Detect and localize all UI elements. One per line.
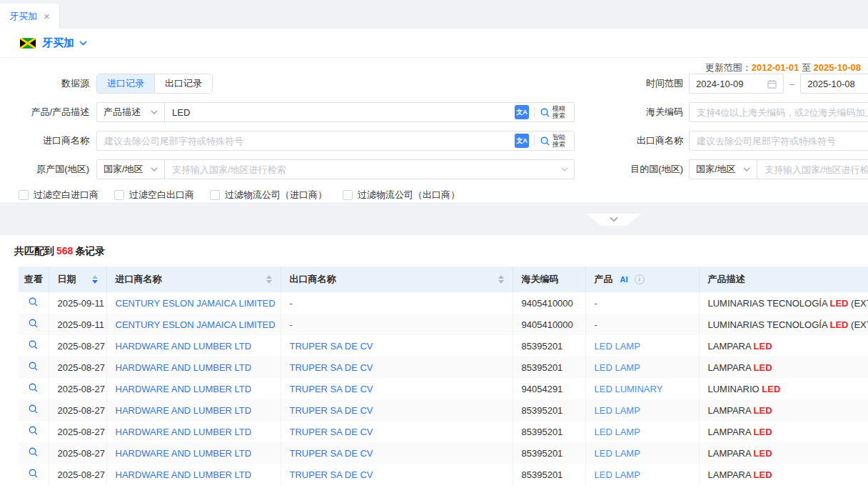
date-cell: 2025-08-27 <box>49 421 106 442</box>
filter-blank-exporter-checkbox[interactable]: 过滤空白出口商 <box>114 189 194 201</box>
description-cell: LAMPARA LED <box>699 399 868 421</box>
product-link[interactable]: LED LAMP <box>595 405 640 416</box>
magnifier-icon[interactable] <box>28 297 39 307</box>
checkbox-icon[interactable] <box>19 190 29 200</box>
tab-close-icon[interactable]: × <box>44 11 50 21</box>
product-type-select[interactable]: 产品描述 <box>97 103 165 121</box>
column-header-date[interactable]: 日期 <box>49 267 106 292</box>
sort-icon-exporter[interactable] <box>498 275 504 284</box>
product-link[interactable]: LED LAMP <box>595 427 640 437</box>
filter-logistics-exporter-checkbox[interactable]: 过滤物流公司（出口商） <box>343 189 460 201</box>
importer-link[interactable]: CENTURY ESLON JAMAICA LIMITED <box>116 298 276 309</box>
fuzzy-search-button[interactable]: 模糊搜索 <box>540 105 568 119</box>
column-header-importer[interactable]: 进口商名称 <box>106 267 281 292</box>
view-record-button[interactable] <box>19 357 49 378</box>
view-record-button[interactable] <box>19 399 49 421</box>
description-text: LUMINARIAS TECNOLOGÍA <box>708 319 830 330</box>
date-cell: 2025-08-27 <box>49 335 106 357</box>
collapse-filter-button[interactable] <box>587 214 641 226</box>
importer-link[interactable]: HARDWARE AND LUMBER LTD <box>116 362 252 373</box>
magnifier-icon[interactable] <box>28 404 39 414</box>
translate-icon[interactable]: 文A <box>515 134 529 148</box>
importer-link[interactable]: HARDWARE AND LUMBER LTD <box>116 405 252 416</box>
importer-link[interactable]: HARDWARE AND LUMBER LTD <box>116 341 252 352</box>
end-date-input[interactable]: 2025-10-08 <box>800 74 868 94</box>
checkbox-icon[interactable] <box>114 190 124 200</box>
column-header-product: 产品 AI i <box>585 267 699 292</box>
translate-icon[interactable]: 文A <box>515 105 529 119</box>
description-cell: LAMPARA LED <box>699 357 868 378</box>
product-search-input[interactable] <box>165 103 515 121</box>
magnifier-icon[interactable] <box>28 382 39 393</box>
import-records-button[interactable]: 进口记录 <box>97 74 154 93</box>
sort-icon-importer[interactable] <box>266 275 272 284</box>
product-link[interactable]: LED LAMP <box>595 448 640 459</box>
view-record-button[interactable] <box>19 378 49 399</box>
magnifier-icon[interactable] <box>28 339 39 350</box>
view-record-button[interactable] <box>19 464 49 485</box>
date-cell: 2025-09-11 <box>49 314 106 335</box>
magnifier-icon[interactable] <box>28 318 39 329</box>
view-record-button[interactable] <box>19 314 49 335</box>
importer-link[interactable]: CENTURY ESLON JAMAICA LIMITED <box>116 319 276 330</box>
smart-search-button[interactable]: 智能搜索 <box>540 134 568 148</box>
importer-input[interactable] <box>97 131 515 150</box>
exporter-link[interactable]: TRUPER SA DE CV <box>290 384 373 394</box>
importer-link[interactable]: HARDWARE AND LUMBER LTD <box>116 427 252 437</box>
view-record-button[interactable] <box>19 421 49 442</box>
update-range-from: 2012-01-01 <box>752 62 799 73</box>
exporter-link[interactable]: TRUPER SA DE CV <box>290 427 373 437</box>
exporter-link[interactable]: TRUPER SA DE CV <box>290 341 373 352</box>
filter-blank-importer-checkbox[interactable]: 过滤空白进口商 <box>19 189 99 201</box>
description-cell: LAMPARA LED <box>699 335 868 357</box>
chevron-down-icon[interactable] <box>561 167 568 171</box>
info-icon[interactable]: i <box>635 274 645 284</box>
product-link[interactable]: LED LAMP <box>595 469 640 480</box>
description-highlight: LED <box>754 427 772 437</box>
importer-link[interactable]: HARDWARE AND LUMBER LTD <box>116 469 252 480</box>
product-link[interactable]: LED LUMINARY <box>595 384 663 394</box>
hscode-cell: 9405410000 <box>513 314 585 335</box>
origin-country-input[interactable] <box>165 160 561 179</box>
update-range-label: 更新范围： <box>705 62 752 73</box>
exporter-link[interactable]: TRUPER SA DE CV <box>290 362 373 373</box>
importer-link[interactable]: HARDWARE AND LUMBER LTD <box>116 448 252 459</box>
view-record-button[interactable] <box>19 292 49 314</box>
description-text: LAMPARA <box>708 469 754 480</box>
destination-type-select[interactable]: 国家/地区 <box>690 160 757 179</box>
smart-search-label: 智能搜索 <box>552 134 568 148</box>
exporter-link[interactable]: TRUPER SA DE CV <box>290 448 373 459</box>
title-bar: 牙买加 <box>0 29 868 57</box>
view-record-button[interactable] <box>19 335 49 357</box>
magnifier-icon[interactable] <box>28 468 39 479</box>
column-header-exporter[interactable]: 出口商名称 <box>281 267 513 292</box>
description-text: LAMPARA <box>708 341 754 352</box>
exporter-link[interactable]: TRUPER SA DE CV <box>290 469 373 480</box>
magnifier-icon[interactable] <box>28 425 39 436</box>
ai-badge: AI <box>617 274 631 284</box>
filter-logistics-importer-checkbox[interactable]: 过滤物流公司（进口商） <box>210 189 327 201</box>
magnifier-icon[interactable] <box>28 447 39 457</box>
sort-icon-date[interactable] <box>92 275 98 284</box>
destination-country-input[interactable] <box>757 160 868 179</box>
origin-type-select[interactable]: 国家/地区 <box>97 160 165 179</box>
end-date-value: 2025-10-08 <box>807 79 855 89</box>
magnifier-icon[interactable] <box>28 361 39 372</box>
tab-jamaica[interactable]: 牙买加 × <box>0 4 60 29</box>
table-row: 2025-08-27 HARDWARE AND LUMBER LTD TRUPE… <box>19 335 868 357</box>
chevron-down-icon[interactable] <box>79 41 87 46</box>
start-date-input[interactable]: 2024-10-09 <box>689 74 784 94</box>
table-row: 2025-09-11 CENTURY ESLON JAMAICA LIMITED… <box>19 292 868 314</box>
importer-cell: HARDWARE AND LUMBER LTD <box>106 421 281 442</box>
view-record-button[interactable] <box>19 442 49 464</box>
importer-link[interactable]: HARDWARE AND LUMBER LTD <box>116 384 252 394</box>
product-link[interactable]: LED LAMP <box>595 362 640 373</box>
checkbox-icon[interactable] <box>210 190 220 200</box>
checkbox-icon[interactable] <box>343 190 353 200</box>
exporter-link[interactable]: TRUPER SA DE CV <box>290 405 373 416</box>
datasource-toggle: 进口记录 出口记录 <box>96 74 213 94</box>
exporter-input[interactable] <box>690 131 868 150</box>
hscode-input[interactable] <box>690 103 868 121</box>
product-link[interactable]: LED LAMP <box>595 341 640 352</box>
export-records-button[interactable]: 出口记录 <box>154 74 212 93</box>
